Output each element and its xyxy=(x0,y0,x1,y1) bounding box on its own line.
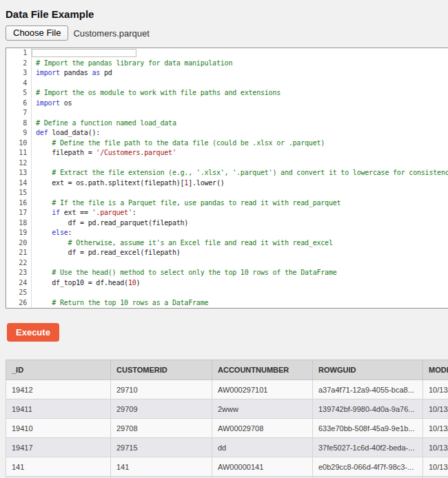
page-title: Data File Example xyxy=(6,8,442,20)
line-number: 22 xyxy=(6,258,32,269)
code-line: 2# Import the pandas library for data ma… xyxy=(6,59,448,69)
token-pln xyxy=(36,209,52,216)
line-number: 24 xyxy=(6,278,32,289)
code-line: 15 xyxy=(6,188,448,198)
table-cell: 139742bf-9980-4d0a-9a76... xyxy=(313,399,423,419)
line-number: 9 xyxy=(6,128,32,138)
execute-button[interactable]: Execute xyxy=(7,323,59,342)
column-header: MODIFIEDDATE xyxy=(423,360,448,380)
token-kw: if xyxy=(52,209,60,216)
empty-line-box xyxy=(32,49,136,57)
line-number: 23 xyxy=(6,268,32,278)
table-cell: 2www xyxy=(212,399,313,419)
line-number: 3 xyxy=(6,68,32,79)
code-line-text: df_top10 = df.head(10) xyxy=(32,278,140,289)
table-cell: 141 xyxy=(6,457,111,477)
code-line-text: # Define the file path to the data file … xyxy=(32,138,325,149)
line-number: 13 xyxy=(6,168,32,178)
code-line: 12 xyxy=(6,158,448,169)
code-line: 3import pandas as pd xyxy=(6,68,448,79)
token-pln: df = pd.read_excel(filepath) xyxy=(36,249,181,256)
token-kw: import xyxy=(36,99,60,107)
table-cell: e0b29cc8-066d-4f7f-98c3-... xyxy=(313,457,423,477)
line-number: 18 xyxy=(6,218,32,229)
code-line: 13 # Extract the file extension (e.g., '… xyxy=(6,168,448,178)
table-cell: 10/13/2 xyxy=(423,419,448,438)
code-line-text xyxy=(32,48,136,59)
code-line-text xyxy=(32,79,36,89)
token-pln xyxy=(36,169,52,176)
code-line: 26 # Return the top 10 rows as a DataFra… xyxy=(6,298,448,309)
line-number: 26 xyxy=(6,298,32,309)
line-number: 2 xyxy=(6,59,32,69)
code-line: 14 ext = os.path.splitext(filepath)[1].l… xyxy=(6,178,448,189)
code-line: 21 df = pd.read_excel(filepath) xyxy=(6,248,448,258)
code-line: 22 xyxy=(6,258,448,269)
table-cell: 29715 xyxy=(111,438,212,457)
table-cell: 19410 xyxy=(6,419,111,438)
code-line-text: df = pd.read_excel(filepath) xyxy=(32,248,181,258)
table-row: 1941729715dd37fe5027-1c6d-40f2-beda-...1… xyxy=(6,438,448,457)
token-pln: : xyxy=(132,209,136,216)
line-number: 7 xyxy=(6,108,32,118)
column-header: _ID xyxy=(6,360,111,380)
table-cell: 19411 xyxy=(6,399,111,419)
code-line: 6import os xyxy=(6,98,448,109)
line-number: 12 xyxy=(6,158,32,169)
line-number: 1 xyxy=(6,48,32,59)
table-cell: 10/13/2 xyxy=(423,399,448,419)
line-number: 19 xyxy=(6,228,32,238)
line-number: 6 xyxy=(6,98,32,109)
line-number: 4 xyxy=(6,79,32,89)
code-line-text: ext = os.path.splitext(filepath)[1].lowe… xyxy=(32,178,225,189)
token-kw: else xyxy=(52,229,68,236)
results-table-container[interactable]: _IDCUSTOMERIDACCOUNTNUMBERROWGUIDMODIFIE… xyxy=(6,360,448,478)
table-row: 1941229710AW000297101a37a4f71-12a9-4055-… xyxy=(6,380,448,399)
line-number: 20 xyxy=(6,238,32,249)
token-pln: df = pd.read_parquet(filepath) xyxy=(36,219,188,227)
code-line: 11 filepath = '/Customers.parquet' xyxy=(6,148,448,158)
code-line-text: else: xyxy=(32,228,72,238)
code-line-text xyxy=(32,258,36,269)
code-line-text xyxy=(32,288,36,298)
choose-file-button[interactable]: Choose File xyxy=(6,25,68,41)
table-cell: AW00029708 xyxy=(212,419,313,438)
column-header: ACCOUNTNUMBER xyxy=(212,360,313,380)
code-editor[interactable]: 12# Import the pandas library for data m… xyxy=(6,48,448,309)
line-number: 15 xyxy=(6,188,32,198)
code-line-text: # Return the top 10 rows as a DataFrame xyxy=(32,298,208,309)
table-cell: 37fe5027-1c6d-40f2-beda-... xyxy=(313,438,423,457)
code-line: 25 xyxy=(6,288,448,298)
code-line: 17 if ext == '.parquet': xyxy=(6,208,448,218)
token-str: '.parquet' xyxy=(92,209,132,216)
code-lines: 12# Import the pandas library for data m… xyxy=(6,48,448,308)
code-line-text: # Use the head() method to select only t… xyxy=(32,268,337,278)
token-pln: pd xyxy=(100,69,112,76)
table-cell: 10/13/2 xyxy=(423,438,448,457)
token-pln: ) xyxy=(136,279,141,287)
token-cmt: # Otherwise, assume it's an Excel file a… xyxy=(68,239,333,247)
token-cmt: # Import the os module to work with file… xyxy=(36,89,281,96)
table-cell: 29708 xyxy=(111,419,212,438)
code-line-text: def load_data(): xyxy=(32,128,100,138)
table-body: 1941229710AW000297101a37a4f71-12a9-4055-… xyxy=(6,380,448,478)
token-pln xyxy=(36,139,52,147)
table-cell: 19412 xyxy=(6,380,111,399)
code-line-text: # If the file is a Parquet file, use pan… xyxy=(32,198,340,209)
line-number: 16 xyxy=(6,198,32,209)
table-header-row: _IDCUSTOMERIDACCOUNTNUMBERROWGUIDMODIFIE… xyxy=(6,360,448,380)
token-cmt: # Return the top 10 rows as a DataFrame xyxy=(52,299,208,306)
token-pln: ].lower() xyxy=(188,179,224,187)
token-pln xyxy=(36,269,52,276)
line-number: 25 xyxy=(6,288,32,298)
code-line: 9def load_data(): xyxy=(6,128,448,138)
code-line-text: # Otherwise, assume it's an Excel file a… xyxy=(32,238,333,249)
code-line: 10 # Define the file path to the data fi… xyxy=(6,138,448,149)
table-cell: 633e70bb-508f-45a9-9e1b... xyxy=(313,419,423,438)
code-line-text: # Extract the file extension (e.g., '.xl… xyxy=(32,168,448,178)
table-row: 19411297092www139742bf-9980-4d0a-9a76...… xyxy=(6,399,448,419)
token-cmt: # Extract the file extension (e.g., '.xl… xyxy=(52,169,448,176)
file-input-filename: Customers.parquet xyxy=(73,28,150,39)
line-number: 11 xyxy=(6,148,32,158)
code-line: 24 df_top10 = df.head(10) xyxy=(6,278,448,289)
